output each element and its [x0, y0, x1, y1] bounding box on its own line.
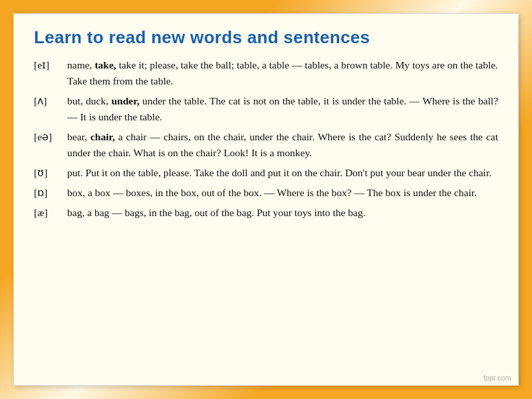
entry-v: [ɒ]box, a box — boxes, in the box, out o… [34, 185, 498, 201]
entry-upsilon-phoneme: [ʊ] [34, 165, 67, 181]
watermark: fppt.com [483, 374, 511, 382]
entry-v-phoneme: [ɒ] [34, 185, 67, 201]
entry-upsilon-text: put. Put it on the table, please. Take t… [67, 165, 498, 181]
entry-lambda-phoneme: [ʌ] [34, 93, 67, 109]
entry-upsilon: [ʊ]put. Put it on the table, please. Tak… [34, 165, 498, 181]
entry-ei-text: name, take, take it; please, take the ba… [67, 57, 498, 89]
entry-ea-phoneme: [eə] [34, 129, 67, 145]
page-title: Learn to read new words and sentences [34, 27, 498, 48]
entry-ea: [eə]bear, chair, a chair — chairs, on th… [34, 129, 498, 161]
entry-ea-text: bear, chair, a chair — chairs, on the ch… [67, 129, 498, 161]
entry-ae-phoneme: [æ] [34, 205, 67, 221]
entry-ei: [eɪ]name, take, take it; please, take th… [34, 57, 498, 89]
entry-lambda-text: but, duck, under, under the table. The c… [67, 93, 498, 125]
slide: Learn to read new words and sentences [e… [13, 13, 519, 386]
entry-ei-phoneme: [eɪ] [34, 57, 67, 73]
entry-ae: [æ]bag, a bag — bags, in the bag, out of… [34, 205, 498, 221]
entry-v-text: box, a box — boxes, in the box, out of t… [67, 185, 498, 201]
entry-ae-text: bag, a bag — bags, in the bag, out of th… [67, 205, 498, 221]
content-area: [eɪ]name, take, take it; please, take th… [34, 57, 498, 221]
entry-lambda: [ʌ]but, duck, under, under the table. Th… [34, 93, 498, 125]
